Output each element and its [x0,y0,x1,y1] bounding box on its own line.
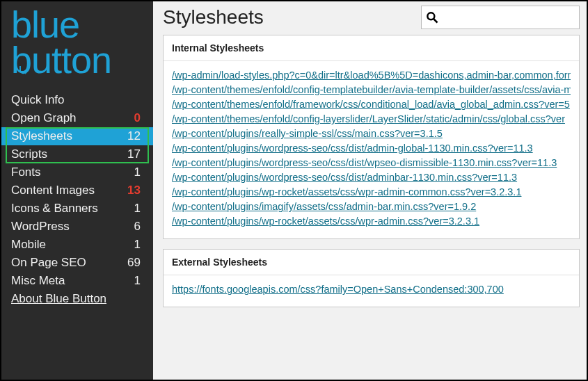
sidebar-item-count: 1 [127,238,141,252]
sidebar-item-quick-info[interactable]: Quick Info [1,91,153,109]
sidebar-item-count: 1 [127,202,141,216]
stylesheet-link[interactable]: /wp-admin/load-styles.php?c=0&dir=ltr&lo… [172,68,571,83]
sidebar-item-open-graph[interactable]: Open Graph0 [1,109,153,127]
sidebar-item-scripts[interactable]: Scripts17 [1,145,153,163]
sidebar-item-label: Content Images [11,184,95,197]
sidebar-item-count: 0 [127,111,141,125]
external-stylesheets-panel: External Stylesheets https://fonts.googl… [163,249,580,307]
sidebar-item-label: Misc Meta [11,274,65,288]
stylesheet-link[interactable]: /wp-content/themes/enfold/config-templat… [172,83,571,97]
sidebar-item-label: Stylesheets [11,129,72,143]
stylesheet-link[interactable]: /wp-content/plugins/really-simple-ssl/cs… [172,127,571,141]
sidebar-item-count: 6 [127,220,141,234]
search-box[interactable] [421,6,580,29]
sidebar-item-label: WordPress [11,220,70,234]
sidebar-item-content-images[interactable]: Content Images13 [1,181,153,200]
sidebar-item-count: 1 [127,165,141,179]
main-content: Stylesheets Internal Stylesheets /wp-adm… [153,1,587,380]
sidebar-item-mobile[interactable]: Mobile1 [1,236,153,254]
external-stylesheets-list: https://fonts.googleapis.com/css?family=… [164,275,579,307]
sidebar-item-stylesheets[interactable]: Stylesheets12 [1,127,153,145]
search-icon [422,10,443,24]
page-title: Stylesheets [163,6,264,29]
sidebar-item-label: Open Graph [11,111,77,125]
sidebar-item-count: 17 [127,147,141,161]
nav-list: Quick InfoOpen Graph0Stylesheets12Script… [1,91,153,308]
sidebar-item-label: Quick Info [11,93,65,107]
sidebar-item-label: Mobile [11,238,46,252]
sidebar-item-count: 69 [127,256,141,270]
stylesheet-link[interactable]: /wp-content/themes/enfold/config-layersl… [172,112,571,127]
header: Stylesheets [163,6,580,29]
sidebar: blue button Quick InfoOpen Graph0Stylesh… [1,1,153,380]
search-input[interactable] [443,6,579,29]
sidebar-item-misc-meta[interactable]: Misc Meta1 [1,272,153,290]
sidebar-item-count: 13 [127,184,141,197]
internal-stylesheets-panel: Internal Stylesheets /wp-admin/load-styl… [163,35,580,239]
stylesheet-link[interactable]: /wp-content/plugins/wp-rocket/assets/css… [172,185,571,200]
sidebar-item-count: 12 [127,129,141,143]
sidebar-item-label: On Page SEO [11,256,86,270]
logo: blue button [1,7,153,91]
stylesheet-link[interactable]: https://fonts.googleapis.com/css?family=… [172,282,571,297]
sidebar-item-count: 1 [127,274,141,288]
sidebar-item-fonts[interactable]: Fonts1 [1,163,153,181]
stylesheet-link[interactable]: /wp-content/plugins/imagify/assets/css/a… [172,200,571,214]
sidebar-item-on-page-seo[interactable]: On Page SEO69 [1,254,153,272]
sidebar-item-wordpress[interactable]: WordPress6 [1,218,153,236]
sidebar-item-label: Icons & Banners [11,202,98,216]
panel-title-internal: Internal Stylesheets [164,35,579,61]
stylesheet-link[interactable]: /wp-content/themes/enfold/framework/css/… [172,97,571,112]
stylesheet-link[interactable]: /wp-content/plugins/wordpress-seo/css/di… [172,141,571,156]
sidebar-item-label: About Blue Button [11,292,106,306]
stylesheet-link[interactable]: /wp-content/plugins/wp-rocket/assets/css… [172,214,571,229]
svg-point-0 [427,13,434,19]
internal-stylesheets-list: /wp-admin/load-styles.php?c=0&dir=ltr&lo… [164,61,579,238]
panel-title-external: External Stylesheets [164,250,579,275]
sidebar-item-label: Scripts [11,147,47,161]
stylesheet-link[interactable]: /wp-content/plugins/wordpress-seo/css/di… [172,170,571,185]
sidebar-item-about-blue-button[interactable]: About Blue Button [1,290,153,308]
svg-line-1 [434,19,438,23]
sidebar-item-label: Fonts [11,165,41,179]
sidebar-item-icons-banners[interactable]: Icons & Banners1 [1,200,153,218]
stylesheet-link[interactable]: /wp-content/plugins/wordpress-seo/css/di… [172,156,571,170]
